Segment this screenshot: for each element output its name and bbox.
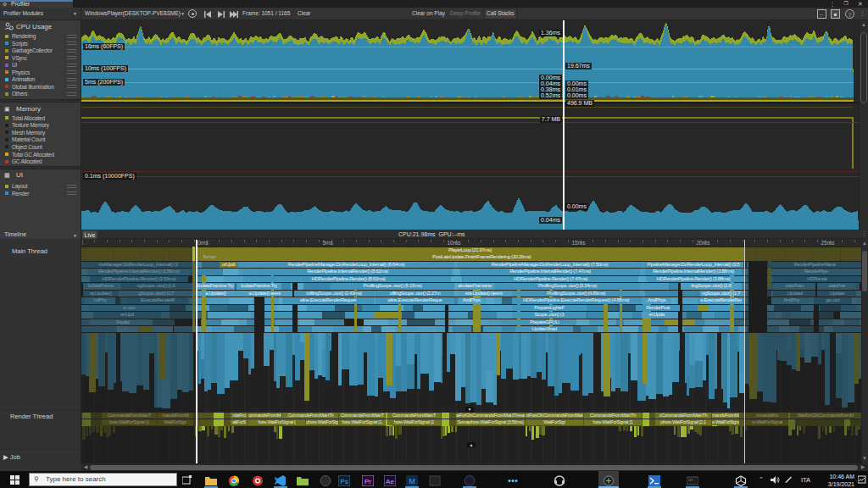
svg-text:M: M [409,477,415,485]
svg-text:Pr: Pr [364,478,371,485]
svg-text:Ps: Ps [340,478,348,485]
svg-text:Ae: Ae [386,478,394,485]
